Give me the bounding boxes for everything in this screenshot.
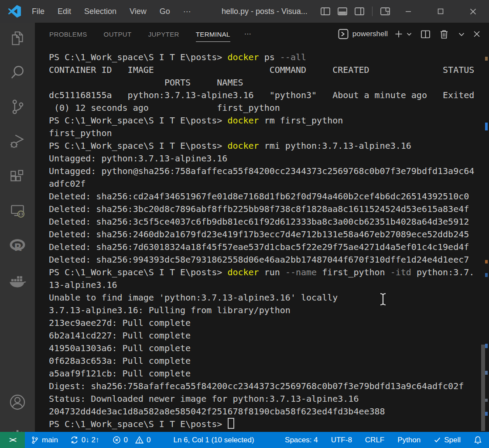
- sync-indicator[interactable]: 0↓ 2↑: [70, 436, 99, 445]
- eol-indicator[interactable]: CRLF: [365, 436, 384, 445]
- terminal-line: Untagged: python@sha256:758afaffeca55f84…: [49, 165, 489, 178]
- terminal-line: 204732dd4de3ac1d8a582a8e585042f251678f81…: [49, 405, 489, 418]
- overview-mark: [485, 344, 488, 348]
- tab-output[interactable]: OUTPUT: [104, 27, 132, 41]
- extensions-icon[interactable]: [0, 164, 35, 190]
- overview-mark: [485, 123, 488, 130]
- close-window-button[interactable]: [457, 0, 489, 23]
- terminal-line: Deleted: sha256:994393dc58e7931862558d06…: [49, 253, 489, 266]
- tab-jupyter[interactable]: JUPYTER: [148, 27, 179, 41]
- terminal-line: 6b2a141cd227: Pull complete: [49, 329, 489, 342]
- close-panel-icon[interactable]: [473, 31, 480, 38]
- warning-count: 0: [147, 436, 150, 445]
- terminal-toolbar: powershell: [338, 23, 480, 45]
- terminal-line: 41950a1303a6: Pull complete: [49, 342, 489, 355]
- terminal-line: 213ec9aee27d: Pull complete: [49, 317, 489, 329]
- search-icon[interactable]: [0, 60, 35, 86]
- account-icon[interactable]: [0, 389, 35, 415]
- terminal-line: Untagged: python:3.7.13-alpine3.16: [49, 152, 489, 165]
- remote-icon: ><: [9, 436, 16, 444]
- terminal-output[interactable]: PS C:\1_Work_space\S I T E\posts> docker…: [35, 45, 489, 432]
- terminal-line: PS C:\1_Work_space\S I T E\posts> docker…: [49, 114, 489, 127]
- toggle-sidebar-icon[interactable]: [320, 6, 331, 17]
- menu-go[interactable]: Go: [160, 7, 170, 16]
- toggle-panel-icon[interactable]: [337, 6, 348, 17]
- toggle-secondary-sidebar-icon[interactable]: [354, 6, 365, 17]
- remote-indicator[interactable]: ><: [0, 432, 25, 448]
- terminal-line: first_python: [49, 127, 489, 140]
- terminal-line: Deleted: sha256:3bc20d8c7896abf8ffb225bb…: [49, 203, 489, 215]
- notifications-bell-icon[interactable]: [474, 436, 482, 445]
- overview-mark: [485, 399, 488, 402]
- terminal-line: Deleted: sha256:2460db2a1679fd23e419f17b…: [49, 228, 489, 241]
- overview-mark: [485, 57, 488, 61]
- terminal-scrollbar[interactable]: [481, 345, 485, 431]
- menu-more[interactable]: ···: [183, 7, 191, 16]
- explorer-icon[interactable]: [0, 25, 35, 51]
- split-terminal-icon[interactable]: [421, 29, 431, 39]
- terminal-line: dc511168155a python:3.7.13-alpine3.16 "p…: [49, 89, 489, 102]
- sync-counts: 0↓ 2↑: [82, 436, 99, 445]
- error-count: 0: [124, 436, 128, 445]
- mouse-ibeam-cursor: [378, 292, 388, 306]
- terminal-line: PS C:\1_Work_space\S I T E\posts> docker…: [49, 266, 489, 279]
- terminal-line: 3.7.13-alpine3.16: Pulling from library/…: [49, 304, 489, 317]
- panel-more-actions-icon[interactable]: ···: [244, 30, 251, 38]
- indentation-indicator[interactable]: Spaces: 4: [285, 436, 318, 445]
- overview-mark: [485, 371, 488, 375]
- vscode-logo-icon: [7, 4, 21, 18]
- panel-tab-bar: PROBLEMSOUTPUTJUPYTERTERMINAL ··· powers…: [35, 23, 489, 45]
- check-icon: [434, 436, 441, 444]
- tab-terminal[interactable]: TERMINAL: [196, 27, 230, 41]
- run-debug-icon[interactable]: [0, 129, 35, 155]
- maximize-button[interactable]: [424, 0, 457, 23]
- menu-selection[interactable]: Selection: [84, 7, 116, 16]
- source-control-icon[interactable]: [0, 94, 35, 120]
- sync-icon: [70, 436, 79, 444]
- spell-indicator[interactable]: Spell: [434, 436, 461, 445]
- panel: PROBLEMSOUTPUTJUPYTERTERMINAL ··· powers…: [35, 23, 489, 432]
- title-bar: FileEditSelectionViewGo··· hello.py - po…: [0, 0, 489, 23]
- git-branch-icon: [31, 436, 39, 444]
- terminal-line: Digest: sha256:758afaffeca55f84200cc2344…: [49, 380, 489, 393]
- window-title: hello.py - posts - Visua...: [222, 0, 308, 23]
- terminal-line: 0f628a3c653a: Pull complete: [49, 355, 489, 367]
- menu-bar: FileEditSelectionViewGo···: [32, 7, 191, 16]
- overview-mark: [485, 273, 488, 277]
- tab-problems[interactable]: PROBLEMS: [49, 27, 87, 41]
- terminal-cursor: [228, 418, 234, 429]
- new-terminal-icon[interactable]: [395, 30, 403, 38]
- launch-profile-chevron-icon[interactable]: [407, 32, 412, 36]
- branch-name: main: [42, 436, 58, 445]
- window-controls: [392, 0, 489, 23]
- minimize-button[interactable]: [392, 0, 424, 23]
- panel-maximize-chevron-icon[interactable]: [458, 32, 465, 36]
- r-language-icon[interactable]: R: [0, 233, 35, 260]
- remote-explorer-icon[interactable]: [0, 198, 35, 225]
- terminal-line: PORTS NAMES: [49, 76, 489, 89]
- menu-view[interactable]: View: [130, 7, 147, 16]
- menu-edit[interactable]: Edit: [58, 7, 71, 16]
- docker-icon[interactable]: [0, 268, 35, 294]
- problems-indicator[interactable]: 0 0: [113, 436, 151, 445]
- terminal-line: 13-alpine3.16: [49, 279, 489, 291]
- terminal-line: adfc02f: [49, 178, 489, 190]
- terminal-line: Status: Downloaded newer image for pytho…: [49, 393, 489, 405]
- kill-terminal-trash-icon[interactable]: [439, 29, 449, 39]
- customize-layout-icon[interactable]: [380, 6, 391, 17]
- terminal-line: PS C:\1_Work_space\S I T E\posts> docker…: [49, 51, 489, 64]
- encoding-indicator[interactable]: UTF-8: [331, 436, 352, 445]
- terminal-line: Deleted: sha256:3c5f5ce4037c6fb9db81ec61…: [49, 215, 489, 228]
- terminal-shell-label[interactable]: powershell: [352, 30, 388, 38]
- menu-file[interactable]: File: [32, 7, 44, 16]
- overview-mark: [485, 260, 488, 263]
- language-indicator[interactable]: Python: [397, 436, 421, 445]
- terminal-line: Deleted: sha256:7d63018324a18f45f57eae53…: [49, 241, 489, 253]
- overview-mark: [485, 412, 488, 416]
- branch-indicator[interactable]: main: [31, 436, 58, 445]
- terminal-line: a5aaf9f121cb: Pull complete: [49, 367, 489, 380]
- layout-controls: [320, 0, 391, 23]
- terminal-line: Unable to find image 'python:3.7.13-alpi…: [49, 291, 489, 304]
- error-icon: [113, 436, 121, 444]
- cursor-position[interactable]: Ln 6, Col 1 (10 selected): [173, 436, 254, 445]
